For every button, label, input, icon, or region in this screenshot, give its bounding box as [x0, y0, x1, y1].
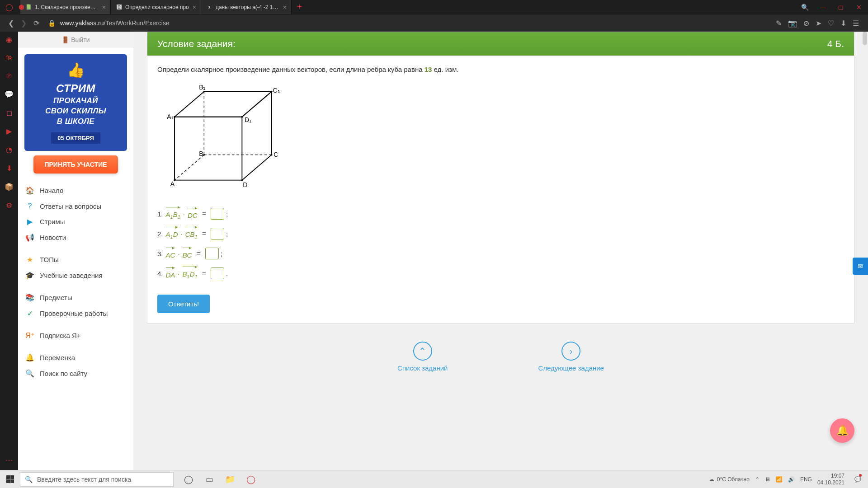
logout-button[interactable]: 🚪 Выйти	[18, 32, 133, 48]
lock-icon: 🔒	[48, 19, 56, 27]
shield-icon[interactable]: ⊘	[803, 19, 809, 28]
reload-button[interactable]: ⟳	[30, 17, 42, 29]
sidebar-item[interactable]: 🏠Начало	[24, 183, 127, 198]
rail-icon[interactable]: ⬇	[6, 164, 12, 173]
promo-banner[interactable]: 👍 СТРИМ ПРОКАЧАЙ СВОИ СКИЛЛЫ В ШКОЛЕ 05 …	[24, 54, 127, 151]
menu-icon[interactable]: ☰	[853, 19, 859, 28]
answer-input[interactable]	[211, 208, 224, 220]
browser-tab-2[interactable]: 🅱 Определи скалярное про ×	[111, 0, 201, 14]
language-indicator[interactable]: ENG	[800, 476, 812, 483]
action-center-icon[interactable]: 💬	[850, 470, 865, 488]
sidebar-item[interactable]: ✓Проверочные работы	[24, 305, 127, 321]
tab-title: Определи скалярное про	[125, 4, 189, 10]
instagram-icon[interactable]: ◻	[6, 108, 12, 117]
explorer-icon[interactable]: 📁	[222, 470, 239, 488]
search-icon[interactable]: 🔍	[796, 0, 814, 14]
scrollbar[interactable]	[862, 32, 868, 470]
send-icon[interactable]: ➤	[816, 19, 821, 28]
clock[interactable]: 19:0704.10.2021	[817, 473, 844, 486]
vector: CB1	[185, 228, 198, 239]
task-list-button[interactable]: ⌃ Список заданий	[397, 342, 448, 372]
page-viewport: 🚪 Выйти 👍 СТРИМ ПРОКАЧАЙ СВОИ СКИЛЛЫ В Ш…	[18, 32, 868, 470]
nav-label: Предметы	[40, 294, 72, 301]
download-icon[interactable]: ⬇	[840, 19, 846, 28]
screenshot-icon[interactable]: 📷	[788, 19, 797, 28]
opera-taskbar-icon[interactable]: ◯	[242, 470, 259, 488]
nav-icon: 🎓	[24, 271, 35, 280]
promo-cta-button[interactable]: ПРИНЯТЬ УЧАСТИЕ	[33, 155, 118, 174]
vector: DA	[166, 268, 175, 279]
taskbar-app[interactable]: ▭	[201, 470, 218, 488]
opera-sidebar: ◉ 🛍 ⎚ 💬 ◻ ▶ ◔ ⬇ 📦 ⚙ ⋯	[0, 32, 18, 470]
answer-input[interactable]	[211, 228, 224, 239]
sidebar-item[interactable]: 🔔Переменка	[24, 350, 127, 366]
rail-icon[interactable]: ⎚	[7, 72, 11, 80]
new-tab-button[interactable]: +	[292, 2, 307, 12]
tray-chevron-icon[interactable]: ⌃	[755, 476, 760, 483]
weather-widget[interactable]: ☁ 0°C Облачно	[709, 476, 750, 483]
nav-label: Подписка Я+	[40, 332, 81, 339]
wifi-icon[interactable]: 📶	[776, 476, 783, 483]
task-points: 4 Б.	[827, 38, 844, 49]
task-text: Определи скалярное произведение данных в…	[157, 66, 844, 73]
whatsapp-icon[interactable]: 💬	[5, 90, 14, 99]
answer-input[interactable]	[205, 248, 219, 259]
nav-label: Ответы на вопросы	[40, 202, 101, 210]
answer-input[interactable]	[211, 267, 224, 279]
rail-icon[interactable]: ▶	[6, 127, 12, 136]
rail-icon[interactable]: ◉	[6, 35, 12, 44]
cube-diagram: A₁ B₁ C₁ D₁ A B C D	[162, 81, 288, 199]
promo-date: 05 ОКТЯБРЯ	[51, 132, 100, 144]
notification-bell[interactable]: 🔔	[830, 418, 854, 443]
nav-label: Стримы	[40, 218, 65, 225]
svg-text:C₁: C₁	[273, 87, 280, 94]
vector: AC	[166, 249, 175, 259]
browser-tab-3[interactable]: з даны векторы a(-4 -2 1)b( ×	[201, 0, 292, 14]
close-icon[interactable]: ×	[102, 4, 106, 11]
close-button[interactable]: ✕	[850, 0, 868, 14]
sidebar-item[interactable]: Я⁺Подписка Я+	[24, 328, 127, 343]
submit-button[interactable]: Ответить!	[157, 295, 210, 313]
browser-tab-1[interactable]: 📗 1. Скалярное произведен ×	[20, 0, 111, 14]
rail-icon[interactable]: 📦	[5, 183, 14, 191]
start-button[interactable]	[0, 470, 20, 488]
url-field[interactable]: www.yaklass.ru/TestWorkRun/Exercise	[60, 19, 776, 27]
svg-text:B₁: B₁	[199, 84, 206, 91]
equation-row: 1. A1B1 · DC = ;	[157, 208, 844, 220]
task-view-button[interactable]: ◯	[180, 470, 197, 488]
nav-icon: ▶	[24, 217, 35, 226]
mail-tab[interactable]: ✉	[853, 258, 868, 275]
more-icon[interactable]: ⋯	[5, 456, 13, 465]
volume-icon[interactable]: 🔊	[788, 476, 795, 483]
rail-icon[interactable]: ⚙	[6, 201, 12, 210]
sidebar-item[interactable]: 🎓Учебные заведения	[24, 267, 127, 283]
taskbar-search[interactable]: 🔍Введите здесь текст для поиска	[20, 472, 174, 487]
rail-icon[interactable]: 🛍	[5, 54, 13, 62]
sidebar-item[interactable]: ★ТОПы	[24, 252, 127, 267]
sidebar-item[interactable]: ▶Стримы	[24, 214, 127, 230]
main-content: Условие задания: 4 Б. Определи скалярное…	[133, 32, 868, 470]
nav-icon: 🏠	[24, 186, 35, 195]
edit-icon[interactable]: ✎	[776, 19, 782, 28]
minimize-button[interactable]: —	[814, 0, 832, 14]
close-icon[interactable]: ×	[193, 4, 196, 11]
forward-button[interactable]: ❯	[17, 17, 30, 29]
vector: BC	[183, 249, 192, 259]
network-icon[interactable]: 🖥	[765, 476, 770, 483]
heart-icon[interactable]: ♡	[828, 19, 834, 28]
discord-icon[interactable]: ⬢	[19, 3, 24, 11]
close-icon[interactable]: ×	[283, 4, 287, 11]
back-button[interactable]: ❮	[5, 17, 17, 29]
next-task-button[interactable]: › Следующее задание	[538, 342, 604, 372]
svg-rect-3	[175, 117, 242, 180]
svg-text:B: B	[199, 150, 203, 157]
sidebar-item[interactable]: 📚Предметы	[24, 290, 127, 305]
nav-label: ТОПы	[40, 256, 59, 263]
sidebar-item[interactable]: 📢Новости	[24, 230, 127, 245]
vector: A1B1	[166, 208, 180, 220]
sidebar-item[interactable]: 🔍Поиск по сайту	[24, 366, 127, 381]
sidebar-item[interactable]: ?Ответы на вопросы	[24, 198, 127, 214]
opera-icon[interactable]: ◯	[5, 3, 13, 11]
rail-icon[interactable]: ◔	[6, 145, 12, 154]
maximize-button[interactable]: ◻	[832, 0, 850, 14]
